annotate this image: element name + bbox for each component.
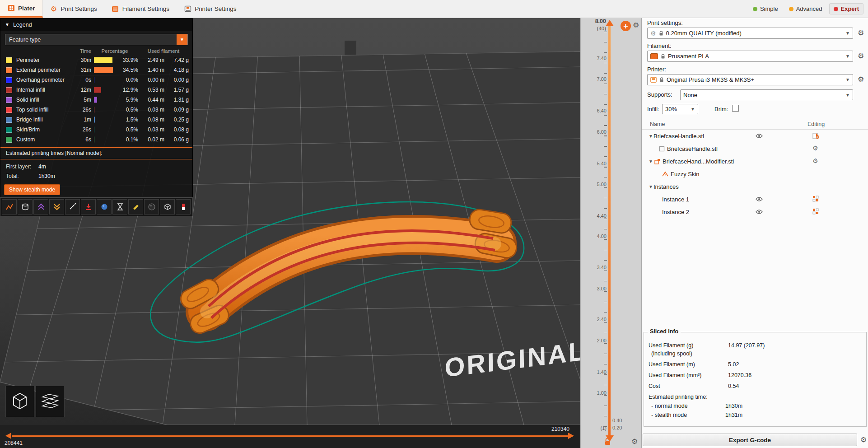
mode-switcher: Simple Advanced Expert bbox=[749, 0, 868, 18]
brim-checkbox[interactable] bbox=[732, 105, 739, 112]
move-slider-right-arrow[interactable] bbox=[568, 433, 574, 439]
deretractions-icon[interactable] bbox=[33, 199, 48, 215]
tree-row-fuzzy-skin[interactable]: Fuzzy Skin bbox=[642, 168, 868, 180]
tab-filament-settings[interactable]: Filament Settings bbox=[104, 0, 177, 18]
sliced-info-box: Sliced Info Used Filament (g)14.97 (207.… bbox=[644, 332, 867, 427]
legend-row: Bridge infill1m1.5%0.08 m0.25 g bbox=[0, 115, 192, 125]
bottom-layer-number: (1) bbox=[581, 425, 607, 431]
percent-bar bbox=[94, 137, 94, 143]
export-gcode-button[interactable]: Export G-code bbox=[643, 434, 857, 446]
instances-label: Instances bbox=[653, 183, 679, 190]
layer-tick-label: 4.00 bbox=[581, 233, 607, 239]
sliced-info-title: Sliced Info bbox=[648, 328, 681, 335]
instance-grid-icon[interactable] bbox=[812, 208, 819, 216]
chevron-down-icon: ▼ bbox=[845, 31, 850, 36]
infill-value: 30% bbox=[665, 106, 677, 112]
tab-plater[interactable]: Plater bbox=[0, 0, 43, 18]
add-color-change-button[interactable]: + bbox=[621, 21, 631, 31]
layer-slider-handle[interactable] bbox=[606, 20, 614, 26]
instance-grid-icon[interactable] bbox=[812, 196, 819, 203]
layer-tick-label: 0.40 bbox=[612, 418, 622, 423]
tree-row-volume[interactable]: BriefcaseHandle.stl ⚙ bbox=[642, 142, 868, 155]
preview-cube-icon[interactable] bbox=[160, 199, 175, 215]
supports-dropdown[interactable]: None ▼ bbox=[680, 89, 853, 100]
tree-row-modifier[interactable]: ▼ BriefcaseHand...Modifier.stl ⚙ bbox=[642, 155, 868, 168]
layer-slider-track[interactable] bbox=[608, 26, 611, 435]
printer-icon bbox=[184, 5, 191, 13]
estimated-time-icon[interactable] bbox=[112, 199, 127, 215]
legend-panel: ▼ Legend Feature type ▼ Time Percentage … bbox=[0, 18, 193, 199]
tab-print-settings[interactable]: ⚙ Print Settings bbox=[43, 0, 104, 18]
view-3d-button[interactable] bbox=[5, 386, 34, 417]
filament-dropdown[interactable]: Prusament PLA ▼ bbox=[647, 51, 853, 62]
volume-name: BriefcaseHandle.stl bbox=[667, 145, 718, 152]
slider-gear-icon[interactable]: ⚙ bbox=[631, 438, 638, 445]
3d-viewport[interactable]: ORIGINAL P bbox=[0, 18, 580, 425]
eye-icon[interactable] bbox=[756, 133, 763, 140]
legend-title: Legend bbox=[13, 22, 32, 28]
current-layer-number: (40) bbox=[581, 26, 606, 31]
plater-icon bbox=[7, 5, 15, 12]
show-stealth-mode-button[interactable]: Show stealth mode bbox=[4, 184, 60, 195]
shells-icon[interactable] bbox=[144, 199, 159, 215]
legend-title-bar[interactable]: ▼ Legend bbox=[0, 19, 192, 31]
pause-prints-icon[interactable] bbox=[81, 199, 96, 215]
modifier-settings-gear-icon[interactable]: ⚙ bbox=[812, 158, 818, 164]
travels-icon[interactable] bbox=[2, 199, 17, 215]
color-changes-icon[interactable] bbox=[97, 199, 112, 215]
tool-marker-icon[interactable] bbox=[176, 199, 191, 215]
layer-tick-label: 7.00 bbox=[581, 76, 607, 82]
tree-row-object[interactable]: ▼ BriefcaseHandle.stl bbox=[642, 130, 868, 142]
custom-gcode-icon[interactable] bbox=[128, 199, 143, 215]
feature-color-swatch bbox=[6, 107, 12, 113]
tab-printer-settings[interactable]: Printer Settings bbox=[177, 0, 243, 18]
tree-row-instance[interactable]: Instance 1 bbox=[642, 193, 868, 205]
expander-icon[interactable]: ▼ bbox=[648, 159, 653, 164]
edit-printer-gear-icon[interactable]: ⚙ bbox=[858, 76, 864, 83]
tree-row-instances[interactable]: ▼ Instances bbox=[642, 180, 868, 193]
expander-icon[interactable]: ▼ bbox=[648, 184, 653, 189]
export-settings-gear-icon[interactable]: ⚙ bbox=[860, 436, 867, 443]
legend-row: Skirt/Brim26s0.5%0.03 m0.08 g bbox=[0, 125, 192, 135]
brim-label: Brim: bbox=[714, 106, 728, 112]
eye-icon[interactable] bbox=[756, 196, 763, 203]
print-settings-dropdown[interactable]: ⚙ 0.20mm QUALITY (modified) ▼ bbox=[647, 28, 853, 39]
percent-bar bbox=[94, 107, 94, 113]
edit-filament-gear-icon[interactable]: ⚙ bbox=[858, 52, 864, 60]
move-slider-track[interactable] bbox=[12, 435, 568, 437]
wipe-icon[interactable] bbox=[18, 199, 33, 215]
mode-label: Advanced bbox=[796, 5, 822, 12]
object-settings-icon[interactable] bbox=[812, 132, 819, 140]
instance-name: Instance 1 bbox=[662, 196, 689, 203]
mode-label: Simple bbox=[760, 5, 778, 12]
layer-tick-label: 0.20 bbox=[612, 425, 622, 430]
collapse-arrow-icon: ▼ bbox=[5, 22, 9, 27]
seams-icon[interactable] bbox=[65, 199, 80, 215]
feature-color-swatch bbox=[6, 137, 12, 143]
edit-print-settings-gear-icon[interactable]: ⚙ bbox=[858, 29, 864, 37]
volume-settings-gear-icon[interactable]: ⚙ bbox=[812, 145, 818, 151]
expander-icon[interactable]: ▼ bbox=[648, 134, 653, 139]
mode-advanced[interactable]: Advanced bbox=[785, 4, 826, 14]
cube-3d-icon bbox=[10, 391, 30, 412]
layers-icon bbox=[40, 391, 61, 412]
legend-column-headers: Time Percentage Used filament bbox=[0, 47, 192, 55]
lock-icon[interactable] bbox=[604, 438, 611, 445]
mode-expert[interactable]: Expert bbox=[829, 3, 863, 14]
feature-name: Skirt/Brim bbox=[16, 126, 71, 133]
layer-tick-label: 5.40 bbox=[581, 161, 607, 166]
infill-dropdown[interactable]: 30% ▼ bbox=[662, 104, 698, 114]
printer-dropdown[interactable]: Original Prusa i3 MK3S & MK3S+ ▼ bbox=[647, 74, 853, 85]
legend-row: Solid infill5m5.9%0.44 m1.31 g bbox=[0, 95, 192, 105]
name-column-header: Name bbox=[650, 121, 665, 127]
move-slider-left-arrow[interactable] bbox=[5, 433, 11, 439]
percent-bar bbox=[94, 57, 112, 63]
object-name: BriefcaseHandle.stl bbox=[653, 133, 704, 140]
view-type-dropdown[interactable]: Feature type ▼ bbox=[5, 34, 188, 45]
eye-icon[interactable] bbox=[756, 209, 763, 216]
view-layers-button[interactable] bbox=[36, 386, 65, 417]
slider-settings-gear-icon[interactable]: ⚙ bbox=[633, 22, 639, 29]
mode-simple[interactable]: Simple bbox=[749, 4, 782, 14]
tree-row-instance[interactable]: Instance 2 bbox=[642, 205, 868, 218]
retractions-icon[interactable] bbox=[49, 199, 64, 215]
